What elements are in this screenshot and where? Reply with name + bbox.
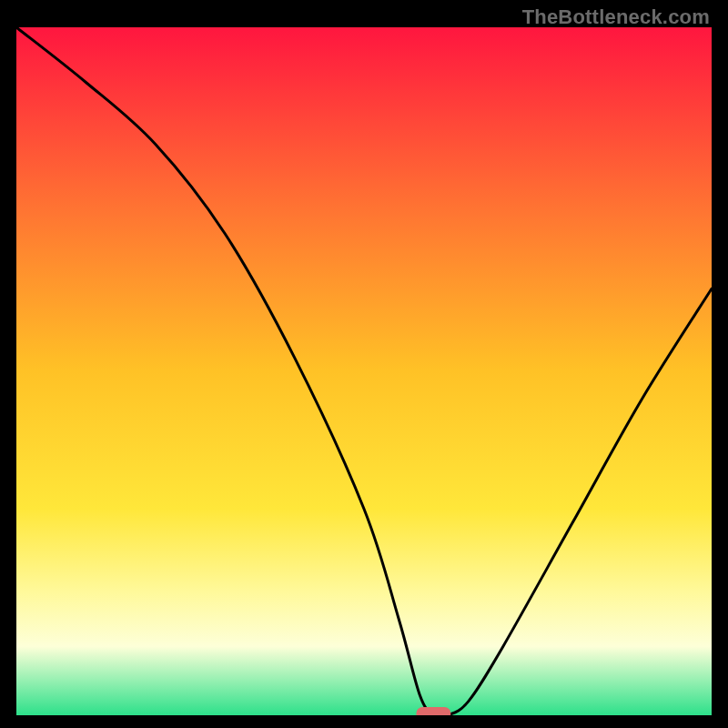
chart-background-gradient: [16, 27, 712, 715]
watermark-text: TheBottleneck.com: [522, 5, 710, 29]
optimal-marker: [416, 707, 450, 715]
bottleneck-chart: [16, 27, 712, 715]
chart-frame: [16, 27, 712, 715]
